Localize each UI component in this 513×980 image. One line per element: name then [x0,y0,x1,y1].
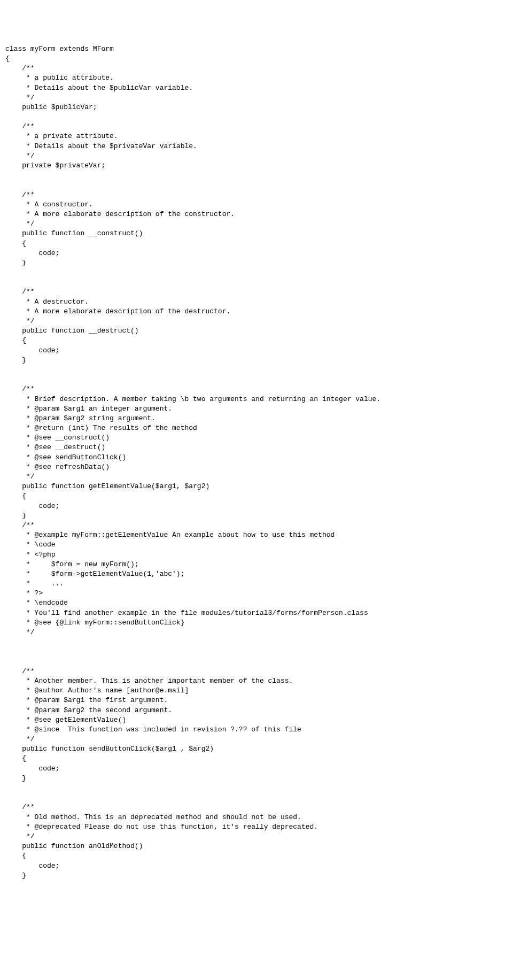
code-line: * @see getElementValue() [5,716,126,724]
code-line: class myForm extends MForm [5,45,114,53]
code-line: /** [5,191,35,199]
code-line: public function getElementValue($arg1, $… [5,482,209,490]
code-line: * @author Author's name [author@e.mail] [5,686,189,695]
code-line: /** [5,385,35,393]
code-line: private $privateVar; [5,161,105,169]
code-line: { [5,492,26,500]
code-line: * Brief description. A member taking \b … [5,395,380,403]
code-line: * \endcode [5,599,68,607]
code-line: /** [5,521,35,529]
code-line: /** [5,122,35,130]
code-line: */ [5,628,35,636]
code-line: public function sendButtonClick($arg1 , … [5,745,214,753]
code-line: * Details about the $publicVar variable. [5,84,193,92]
code-line: /** [5,64,35,72]
code-line: } [5,774,26,782]
code-line: } [5,356,26,364]
code-line: * Details about the $privateVar variable… [5,142,197,150]
code-line: * @return (int) The results of the metho… [5,424,197,432]
code-line: public $publicVar; [5,103,97,111]
code-line: * @param $arg1 the first argument. [5,696,168,704]
code-line: * @param $arg1 an integer argument. [5,405,172,413]
code-line: * ... [5,580,64,588]
code-line: * @see __construct() [5,434,110,442]
code-line: */ [5,473,35,481]
code-line: { [5,240,26,248]
code-line: { [5,336,26,344]
code-line: code; [5,862,59,870]
code-line: * @see refreshData() [5,463,110,471]
code-line: { [5,55,10,63]
code-line: * @param $arg2 the second argument. [5,706,172,714]
code-line: * \code [5,541,56,549]
code-line: * A destructor. [5,298,89,306]
code-line: * Old method. This is an deprecated meth… [5,813,301,821]
code-line: */ [5,735,35,743]
code-line: } [5,871,26,879]
code-line: * A constructor. [5,200,93,209]
code-line: */ [5,152,35,160]
code-line: * @see __destruct() [5,443,105,451]
code-line: public function anOldMethod() [5,842,143,850]
code-line: * Another member. This is another import… [5,677,293,685]
code-line: } [5,259,26,267]
code-line: * A more elaborate description of the co… [5,210,235,218]
code-line: * a public attribute. [5,74,114,82]
code-line: * @deprecated Please do not use this fun… [5,823,318,831]
code-line: * @param $arg2 string argument. [5,414,156,422]
code-line: code; [5,249,59,257]
code-line: */ [5,220,35,228]
code-line: { [5,852,26,860]
code-line: /** [5,288,35,296]
code-line: code; [5,765,59,773]
code-line: */ [5,832,35,840]
code-line: * @since This function was included in r… [5,726,301,734]
code-line: * $form->getElementValue(1,'abc'); [5,570,184,578]
code-listing: class myForm extends MForm { /** * a pub… [5,44,508,881]
code-line: * <?php [5,551,56,559]
code-line: * A more elaborate description of the de… [5,307,230,315]
code-line: */ [5,317,35,325]
code-line: } [5,512,26,520]
code-line: * @see {@link myForm::sendButtonClick} [5,619,184,627]
code-line: * ?> [5,589,43,597]
code-line: * $form = new myForm(); [5,560,139,568]
code-line: code; [5,346,59,354]
code-line: * a private attribute. [5,132,118,140]
code-line: { [5,754,26,762]
code-line: code; [5,502,59,510]
code-line: public function __construct() [5,229,143,237]
code-line: public function __destruct() [5,327,139,335]
code-line: * You'll find another example in the fil… [5,609,368,617]
code-line: /** [5,667,35,675]
code-line: * @see sendButtonClick() [5,453,126,461]
code-line: /** [5,803,35,811]
code-line: * @example myForm::getElementValue An ex… [5,531,335,539]
code-line: */ [5,94,35,102]
